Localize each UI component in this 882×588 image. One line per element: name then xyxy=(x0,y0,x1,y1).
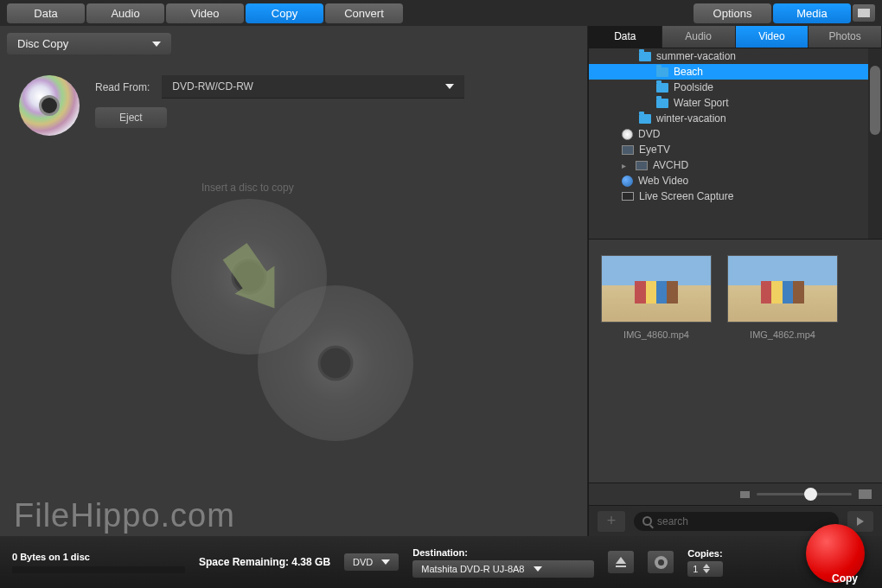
mode-dropdown-label: Disc Copy xyxy=(17,37,68,50)
copies-stepper[interactable]: 1 xyxy=(687,561,722,577)
settings-button[interactable] xyxy=(648,551,674,573)
mode-dropdown[interactable]: Disc Copy xyxy=(7,33,171,54)
tab-options[interactable]: Options xyxy=(693,3,771,23)
media-tab-data[interactable]: Data xyxy=(589,26,662,48)
eject-icon xyxy=(616,557,626,564)
zoom-slider[interactable] xyxy=(757,493,852,495)
add-button[interactable]: + xyxy=(598,511,625,532)
media-tab-video[interactable]: Video xyxy=(736,26,809,48)
tv-icon xyxy=(622,145,634,155)
expand-icon: ▸ xyxy=(622,161,630,170)
tab-video[interactable]: Video xyxy=(166,3,244,23)
tree-folder-beach[interactable]: Beach xyxy=(589,64,882,80)
globe-icon xyxy=(622,176,633,187)
chevron-down-icon xyxy=(445,84,454,89)
copies-value: 1 xyxy=(693,564,698,574)
zoom-slider-thumb[interactable] xyxy=(804,488,817,501)
dvd-icon xyxy=(622,129,633,140)
tab-data[interactable]: Data xyxy=(7,3,85,23)
chevron-down-icon xyxy=(534,566,542,572)
tab-convert[interactable]: Convert xyxy=(325,3,403,23)
eject-button[interactable]: Eject xyxy=(95,107,167,128)
thumb-small-icon xyxy=(740,491,750,498)
folder-icon xyxy=(639,114,651,124)
folder-icon xyxy=(656,83,668,93)
tree-item-dvd[interactable]: DVD xyxy=(589,126,882,142)
copies-label: Copies: xyxy=(687,548,722,559)
watermark: FileHippo.com xyxy=(14,497,235,534)
chevron-down-icon xyxy=(152,42,161,47)
source-drive-select[interactable]: DVD-RW/CD-RW xyxy=(162,75,464,99)
thumbnail-image xyxy=(727,255,838,323)
stepper-down-icon[interactable] xyxy=(703,569,710,573)
chevron-down-icon xyxy=(381,559,390,565)
read-from-label: Read From: xyxy=(95,81,150,93)
destination-label: Destination: xyxy=(412,547,594,558)
tree-item-avchd[interactable]: ▸AVCHD xyxy=(589,157,882,173)
folder-tree[interactable]: summer-vacation Beach Poolside Water Spo… xyxy=(589,48,882,239)
source-drive-value: DVD-RW/CD-RW xyxy=(172,80,253,93)
tree-scrollbar[interactable] xyxy=(868,48,882,239)
tab-media[interactable]: Media xyxy=(773,3,851,23)
insert-disc-hint: Insert a disc to copy xyxy=(201,182,294,194)
copy-button-label: Copy xyxy=(832,572,858,585)
tree-folder-poolside[interactable]: Poolside xyxy=(589,80,882,95)
search-input[interactable]: search xyxy=(634,512,839,531)
stepper-up-icon[interactable] xyxy=(703,564,710,568)
format-dropdown[interactable]: DVD xyxy=(344,553,399,571)
media-tab-audio[interactable]: Audio xyxy=(662,26,736,48)
search-icon xyxy=(642,516,652,526)
destination-dropdown[interactable]: Matshita DVD-R UJ-8A8 xyxy=(412,560,594,578)
screen-icon xyxy=(622,192,634,201)
tree-item-live[interactable]: Live Screen Capture xyxy=(589,189,882,204)
window-icon[interactable] xyxy=(853,4,875,22)
copy-illustration: Insert a disc to copy xyxy=(7,151,580,529)
thumbnail-grid: IMG_4860.mp4 IMG_4862.mp4 xyxy=(589,239,882,483)
tab-audio[interactable]: Audio xyxy=(86,3,164,23)
eject-button-footer[interactable] xyxy=(608,551,634,573)
search-placeholder: search xyxy=(657,515,688,527)
space-remaining: Space Remaining: 4.38 GB xyxy=(199,556,330,568)
camera-icon xyxy=(636,161,648,170)
tree-item-eyetv[interactable]: EyeTV xyxy=(589,142,882,157)
thumbnail-image xyxy=(601,255,712,323)
tree-folder-summer[interactable]: summer-vacation xyxy=(589,48,882,64)
media-tab-photos[interactable]: Photos xyxy=(808,26,882,48)
disc-icon xyxy=(19,75,80,136)
gear-icon xyxy=(655,556,668,569)
thumbnail-filename: IMG_4860.mp4 xyxy=(623,329,689,340)
thumbnail-item[interactable]: IMG_4860.mp4 xyxy=(601,255,712,340)
folder-icon xyxy=(656,99,668,108)
folder-icon xyxy=(656,67,668,77)
folder-icon xyxy=(639,52,651,61)
play-icon xyxy=(857,517,864,526)
scrollbar-thumb[interactable] xyxy=(870,66,880,135)
thumb-large-icon xyxy=(859,489,872,499)
tab-copy[interactable]: Copy xyxy=(246,3,323,23)
thumbnail-item[interactable]: IMG_4862.mp4 xyxy=(727,255,838,340)
tree-item-web[interactable]: Web Video xyxy=(589,173,882,189)
capacity-bar xyxy=(12,566,185,573)
tree-folder-winter[interactable]: winter-vacation xyxy=(589,111,882,126)
tree-folder-watersport[interactable]: Water Sport xyxy=(589,95,882,111)
bytes-status: 0 Bytes on 1 disc xyxy=(12,552,185,562)
target-disc-ghost-icon xyxy=(258,285,413,441)
thumbnail-filename: IMG_4862.mp4 xyxy=(750,329,815,340)
